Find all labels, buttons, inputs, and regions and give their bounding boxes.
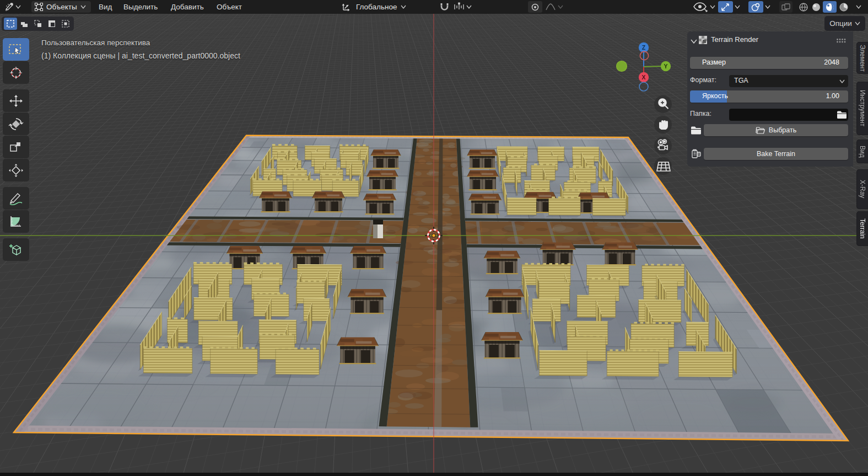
svg-text:X: X bbox=[641, 74, 645, 81]
svg-text:Y: Y bbox=[664, 63, 667, 69]
svg-text:Z: Z bbox=[642, 44, 646, 51]
